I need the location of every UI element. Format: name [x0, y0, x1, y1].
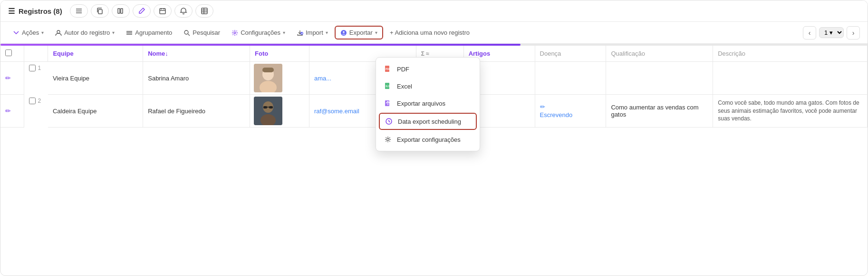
next-page-btn[interactable]: ›	[847, 26, 860, 39]
row1-edit-icon[interactable]: ✏	[5, 74, 11, 82]
page-title: Registros (8)	[19, 7, 62, 15]
table-view-btn[interactable]	[195, 4, 213, 18]
row1-edit: ✏	[0, 62, 24, 95]
pesquisar-btn[interactable]: Pesquisar	[179, 27, 225, 39]
row2-edit-icon[interactable]: ✏	[5, 107, 11, 115]
svg-line-19	[188, 34, 190, 36]
row2-name: Rafael de Figueiredo	[143, 95, 250, 128]
col-header-photo: Foto	[250, 46, 309, 62]
svg-rect-3	[98, 10, 102, 14]
svg-rect-6	[160, 9, 165, 14]
exportar-btn[interactable]: Exportar ▾	[335, 26, 383, 39]
row2-doenca-pencil[interactable]: ✏	[540, 103, 601, 110]
progress-fill	[0, 44, 521, 46]
dropdown-item-export-config[interactable]: Exportar configurações	[376, 131, 480, 148]
configuracoes-btn[interactable]: Configurações ▾	[227, 27, 290, 39]
row2-team: Caldeira Equipe	[48, 95, 143, 128]
row1-desc	[713, 62, 868, 95]
row1-doenca	[535, 62, 606, 95]
acoes-btn[interactable]: Ações ▾	[8, 27, 48, 39]
pdf-icon: PDF	[384, 65, 392, 73]
row2-doenca: ✏ Escrevendo	[535, 95, 606, 128]
row1-photo	[250, 62, 309, 95]
svg-point-18	[184, 30, 188, 34]
row2-desc: Como você sabe, todo mundo ama gatos. Co…	[713, 95, 868, 128]
row1-num: 1	[38, 65, 41, 71]
dropdown-item-pdf[interactable]: PDF PDF	[376, 60, 480, 78]
prev-page-btn[interactable]: ‹	[803, 26, 816, 39]
export-files-icon	[384, 99, 392, 108]
col-header-doenca: Doença	[535, 46, 606, 62]
add-record-btn[interactable]: + Adiciona uma novo registro	[385, 27, 474, 39]
svg-rect-4	[118, 9, 120, 13]
config-chevron: ▾	[283, 30, 285, 35]
svg-point-14	[57, 30, 60, 33]
autor-btn[interactable]: Autor do registro ▾	[50, 27, 119, 39]
top-toolbar: ☰ Registros (8)	[0, 0, 868, 22]
row2-num: 2	[38, 98, 41, 104]
svg-rect-10	[202, 8, 207, 14]
calendar-btn[interactable]	[154, 4, 172, 18]
export-dropdown: PDF PDF XLS Excel Exportar arquivos Data…	[376, 57, 480, 151]
progress-bar	[0, 44, 868, 46]
svg-point-21	[300, 32, 303, 35]
col-header-name: Nome↓	[143, 46, 250, 62]
svg-point-43	[387, 138, 389, 141]
toolbar-title: ☰ Registros (8)	[8, 7, 62, 16]
dropdown-item-data-export-scheduling[interactable]: Data export scheduling	[379, 113, 477, 130]
copy-btn[interactable]	[91, 4, 109, 18]
select-all-checkbox[interactable]	[5, 49, 12, 56]
col-header-team: Equipe	[48, 46, 143, 62]
clock-icon	[385, 117, 393, 126]
hamburger-icon: ☰	[8, 7, 15, 16]
col-header-checkbox	[0, 46, 24, 62]
svg-rect-31	[263, 106, 267, 108]
col-header-desc: Descrição	[713, 46, 868, 62]
dropdown-item-excel[interactable]: XLS Excel	[376, 78, 480, 95]
row2-photo	[250, 95, 309, 128]
svg-rect-38	[385, 100, 389, 106]
row1-qual	[606, 62, 713, 95]
svg-point-20	[234, 32, 236, 34]
svg-text:XLS: XLS	[386, 85, 390, 88]
agrupamento-btn[interactable]: Agrupamento	[121, 27, 177, 39]
action-toolbar: Ações ▾ Autor do registro ▾ Agrupamento …	[0, 22, 868, 44]
row1-check: 1	[24, 62, 48, 74]
row2-qual: Como aumentar as vendas com gatos	[606, 95, 713, 128]
dropdown-item-export-files[interactable]: Exportar arquivos	[376, 95, 480, 112]
page-select[interactable]: 1 ▾	[819, 27, 844, 38]
excel-icon: XLS	[384, 82, 392, 90]
autor-chevron: ▾	[112, 30, 115, 35]
list-view-btn[interactable]	[70, 4, 88, 18]
row1-team: Vieira Equipe	[48, 62, 143, 95]
row1-checkbox[interactable]	[29, 65, 36, 71]
svg-rect-27	[262, 68, 274, 72]
import-chevron: ▾	[326, 30, 328, 35]
gear-icon	[384, 135, 392, 144]
row1-name: Sabrina Amaro	[143, 62, 250, 95]
columns-view-btn[interactable]	[112, 4, 130, 18]
edit-pencil-btn[interactable]	[133, 4, 151, 18]
import-btn[interactable]: Import ▾	[292, 27, 333, 39]
acoes-chevron: ▾	[41, 30, 44, 35]
app-container: ☰ Registros (8) Ações ▾	[0, 0, 868, 276]
exportar-chevron: ▾	[375, 30, 377, 35]
svg-rect-32	[269, 106, 273, 108]
pagination: ‹ 1 ▾ ›	[803, 26, 860, 39]
row2-escrevendo: Escrevendo	[540, 111, 601, 118]
row2-checkbox[interactable]	[29, 98, 36, 104]
svg-text:PDF: PDF	[386, 68, 390, 70]
col-header-num	[24, 46, 48, 62]
svg-rect-5	[121, 9, 123, 13]
row2-check: 2	[24, 95, 48, 107]
row2-edit: ✏	[0, 95, 24, 128]
col-header-qual: Qualificação	[606, 46, 713, 62]
bell-btn[interactable]	[174, 4, 193, 18]
